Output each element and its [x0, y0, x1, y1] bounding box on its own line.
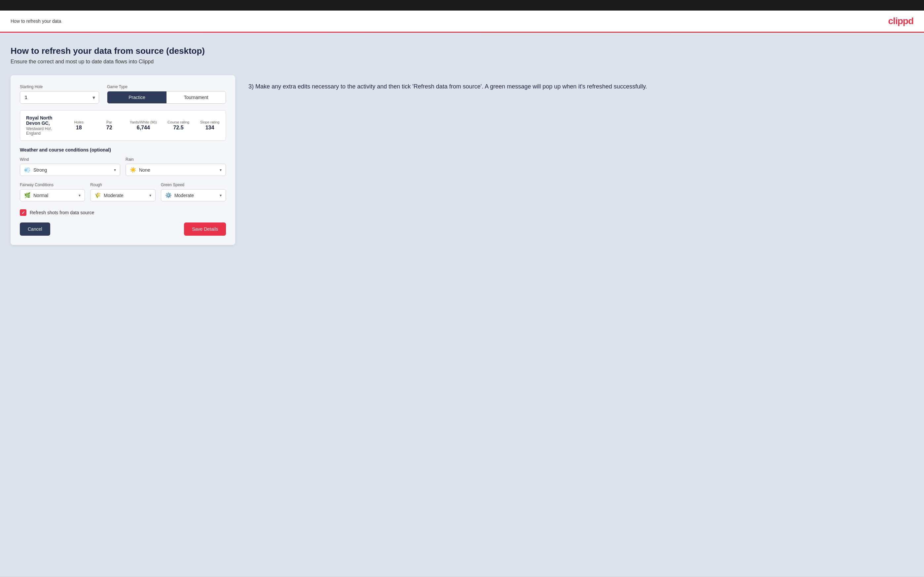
rough-select[interactable]: 🌾 Moderate ▾	[90, 189, 155, 201]
course-name-block: Royal North Devon GC, Westward Ho!, Engl…	[26, 115, 58, 136]
course-name: Royal North Devon GC,	[26, 115, 58, 126]
course-info-box: Royal North Devon GC, Westward Ho!, Engl…	[20, 110, 226, 140]
course-rating-label: Course rating	[168, 120, 189, 124]
page-subheading: Ensure the correct and most up to date d…	[11, 59, 913, 65]
fairway-select[interactable]: 🌿 Normal ▾	[20, 189, 85, 201]
refresh-checkbox-label: Refresh shots from data source	[30, 210, 94, 215]
game-type-group: Game Type Practice Tournament	[107, 84, 226, 104]
yards-stat: Yards/White (M)) 6,744	[130, 120, 157, 131]
slope-rating-stat: Slope rating 134	[200, 120, 220, 131]
green-speed-select[interactable]: ⚙️ Moderate ▾	[161, 189, 226, 201]
fairway-icon: 🌿	[24, 192, 31, 198]
starting-hole-group: Starting Hole 1 ▾	[20, 84, 99, 104]
game-type-buttons: Practice Tournament	[107, 91, 226, 104]
course-rating-value: 72.5	[173, 125, 183, 131]
wind-select[interactable]: 💨 Strong ▾	[20, 164, 120, 176]
yards-value: 6,744	[137, 125, 150, 131]
content-area: Starting Hole 1 ▾ Game Type Practice Tou…	[11, 75, 913, 245]
wind-group: Wind 💨 Strong ▾	[20, 157, 120, 176]
rain-chevron-icon: ▾	[220, 168, 222, 172]
side-description: 3) Make any extra edits necessary to the…	[249, 75, 913, 92]
wind-value: Strong	[33, 168, 114, 172]
rain-select[interactable]: ☀️ None ▾	[126, 164, 226, 176]
tournament-button[interactable]: Tournament	[166, 92, 226, 103]
rain-value: None	[139, 168, 220, 172]
main-content: How to refresh your data from source (de…	[0, 33, 924, 577]
rough-icon: 🌾	[94, 192, 101, 198]
game-type-label: Game Type	[107, 84, 226, 89]
save-button[interactable]: Save Details	[184, 222, 226, 236]
holes-stat: Holes 18	[69, 120, 89, 131]
top-bar	[0, 0, 924, 11]
par-stat: Par 72	[99, 120, 119, 131]
form-actions: Cancel Save Details	[20, 222, 226, 236]
weather-grid: Wind 💨 Strong ▾ Rain ☀️ None ▾	[20, 157, 226, 176]
fairway-value: Normal	[33, 193, 79, 198]
green-speed-value: Moderate	[174, 193, 220, 198]
green-speed-group: Green Speed ⚙️ Moderate ▾	[161, 182, 226, 201]
yards-label: Yards/White (M))	[130, 120, 157, 124]
top-form-row: Starting Hole 1 ▾ Game Type Practice Tou…	[20, 84, 226, 104]
starting-hole-select[interactable]: 1	[20, 91, 99, 104]
starting-hole-select-wrapper[interactable]: 1 ▾	[20, 91, 99, 104]
green-speed-icon: ⚙️	[165, 192, 172, 198]
weather-section-title: Weather and course conditions (optional)	[20, 147, 226, 153]
slope-rating-label: Slope rating	[200, 120, 220, 124]
slope-rating-value: 134	[205, 125, 215, 131]
rain-group: Rain ☀️ None ▾	[126, 157, 226, 176]
wind-chevron-icon: ▾	[114, 168, 116, 172]
course-row: Royal North Devon GC, Westward Ho!, Engl…	[26, 115, 220, 136]
course-location: Westward Ho!, England	[26, 126, 58, 136]
rough-group: Rough 🌾 Moderate ▾	[90, 182, 155, 201]
header: How to refresh your data clippd	[0, 11, 924, 32]
course-rating-stat: Course rating 72.5	[168, 120, 189, 131]
holes-label: Holes	[74, 120, 84, 124]
wind-icon: 💨	[24, 167, 31, 173]
rain-label: Rain	[126, 157, 226, 162]
green-speed-label: Green Speed	[161, 182, 226, 187]
par-label: Par	[107, 120, 112, 124]
green-speed-chevron-icon: ▾	[220, 193, 222, 198]
logo: clippd	[888, 16, 913, 26]
rough-label: Rough	[90, 182, 155, 187]
practice-button[interactable]: Practice	[107, 92, 166, 103]
side-description-text: 3) Make any extra edits necessary to the…	[249, 82, 913, 92]
form-card: Starting Hole 1 ▾ Game Type Practice Tou…	[11, 75, 235, 245]
conditions-grid: Fairway Conditions 🌿 Normal ▾ Rough 🌾 Mo…	[20, 182, 226, 201]
header-title: How to refresh your data	[11, 18, 61, 24]
cancel-button[interactable]: Cancel	[20, 222, 50, 236]
fairway-chevron-icon: ▾	[79, 193, 81, 198]
rough-chevron-icon: ▾	[149, 193, 151, 198]
wind-label: Wind	[20, 157, 120, 162]
fairway-group: Fairway Conditions 🌿 Normal ▾	[20, 182, 85, 201]
rain-icon: ☀️	[130, 167, 136, 173]
rough-value: Moderate	[104, 193, 149, 198]
holes-value: 18	[76, 125, 82, 131]
par-value: 72	[107, 125, 112, 131]
starting-hole-label: Starting Hole	[20, 84, 99, 89]
refresh-checkbox[interactable]	[20, 209, 26, 216]
fairway-label: Fairway Conditions	[20, 182, 85, 187]
page-heading: How to refresh your data from source (de…	[11, 46, 913, 56]
refresh-checkbox-row: Refresh shots from data source	[20, 209, 226, 216]
